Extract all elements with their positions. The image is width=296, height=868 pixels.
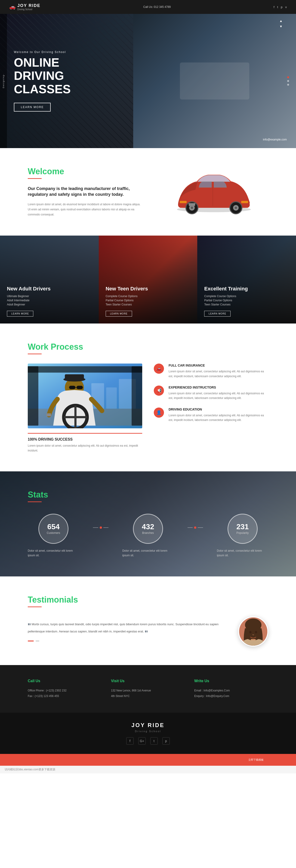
- footer-social-google[interactable]: G+: [138, 737, 146, 745]
- testimonial-dot-active[interactable]: [28, 641, 34, 642]
- testimonial-avatar: [238, 617, 268, 647]
- stat-circle-customers: 654 Customers: [38, 514, 68, 544]
- work-right-column: 🚗 FULL CAR INSURANCE Lorem ipsum dolor s…: [154, 364, 268, 453]
- hero-content: Welcome to Our Driving School ONLINE DRI…: [0, 51, 116, 112]
- header-phone: Call Us: 012 345 4789: [143, 5, 171, 8]
- work-icon-insurance: 🚗: [154, 364, 164, 374]
- footer-call-phone: Office Phone : (+123) 2302 232: [28, 688, 102, 693]
- testimonial-dot-2[interactable]: [36, 641, 39, 642]
- course-teen-drivers[interactable]: New Teen Drivers Complete Course Options…: [99, 236, 197, 323]
- car-illustration: [174, 166, 249, 213]
- work-item-title-3: DRIVING EDUCATION: [169, 407, 268, 411]
- svg-rect-21: [69, 386, 76, 389]
- testimonial-dots: [28, 641, 224, 642]
- stat-label-branches: Branches: [142, 531, 154, 534]
- footer-visit-title: Visit Us: [111, 679, 185, 683]
- work-item-text-1: Lorem ipsum dolor sit amet, consectetur …: [169, 369, 268, 379]
- welcome-body: Lorem ipsum dolor sit amet, do eiusmod t…: [28, 202, 141, 217]
- scroll-dot-2[interactable]: [287, 80, 289, 82]
- testimonial-quote-text: " Morbi cursus, turpis quis laoreet blan…: [28, 622, 224, 636]
- work-item-instructors: 📢 EXPERIENCED INSTRUCTORS Lorem ipsum do…: [154, 385, 268, 401]
- scroll-dot-1[interactable]: [287, 76, 289, 78]
- course-title-2: New Teen Drivers: [106, 286, 191, 292]
- testimonials-section: Testimonials " Morbi cursus, turpis quis…: [0, 577, 296, 665]
- work-success-title: 100% DRIVING SUCCESS: [28, 437, 142, 441]
- testimonial-text-area: " Morbi cursus, turpis quis laoreet blan…: [28, 622, 224, 642]
- social-pinterest[interactable]: p: [281, 5, 282, 9]
- course-btn-2[interactable]: LEARN MORE: [106, 311, 132, 316]
- svg-rect-17: [28, 366, 142, 373]
- hero-arrow-down[interactable]: ▼: [277, 24, 285, 29]
- hero-learn-more-button[interactable]: LEARN MORE: [14, 103, 51, 112]
- footer-write-title: Write Us: [194, 679, 268, 683]
- stat-text-branches: Dolor sit amet, consectetur elit lorem i…: [122, 549, 174, 558]
- driver-svg: [28, 364, 142, 428]
- welcome-right: [155, 166, 268, 213]
- scroll-dot-3[interactable]: [287, 84, 289, 86]
- course-adult-drivers[interactable]: New Adult Drivers Ultimate Beginner Adul…: [0, 236, 99, 323]
- stat-line-2: [103, 527, 108, 528]
- course-item: Teen Starter Courses: [106, 303, 191, 306]
- course-title-3: Excellent Training: [204, 286, 289, 292]
- svg-point-32: [249, 631, 251, 633]
- footer-visit-address2: 4th Street NYC: [111, 693, 185, 699]
- course-item: Partial Course Options: [106, 299, 191, 302]
- svg-rect-20: [65, 374, 84, 381]
- stats-section: Stats 654 Customers Dolor sit amet, cons…: [0, 471, 296, 577]
- stat-number-branches: 432: [142, 523, 154, 530]
- stat-label-customers: Customers: [47, 531, 60, 534]
- footer-call-title: Call Us: [28, 679, 102, 683]
- hero-arrow-up[interactable]: ▲: [277, 19, 285, 23]
- hero-email: info@example.com: [263, 138, 287, 141]
- work-item-title-2: EXPERIENCED INSTRUCTORS: [169, 385, 268, 389]
- course-item: Complete Course Options: [106, 294, 191, 298]
- footer-social-pinterest[interactable]: p: [162, 737, 170, 745]
- hero-title-line1: ONLINE DRIVING: [14, 56, 64, 82]
- footer-social-facebook[interactable]: f: [126, 737, 134, 745]
- footer-bottom: JOY RIDE Driving School f G+ t p: [0, 713, 296, 754]
- course-item: Complete Course Options: [204, 294, 289, 298]
- svg-rect-8: [180, 201, 187, 203]
- footer-main: Call Us Office Phone : (+123) 2302 232 F…: [0, 665, 296, 713]
- social-facebook[interactable]: f: [273, 5, 274, 9]
- stat-line-1: [93, 527, 98, 528]
- stat-circle-branches: 432 Branches: [133, 514, 163, 544]
- svg-point-7: [235, 207, 237, 209]
- course-btn-3[interactable]: LEARN MORE: [204, 311, 231, 316]
- stat-circle-popularity: 231 Popularity: [228, 514, 258, 544]
- testimonials-content: " Morbi cursus, turpis quis laoreet blan…: [28, 617, 268, 647]
- download-button[interactable]: 立即下载模板: [244, 756, 268, 764]
- stats-divider: [28, 501, 42, 502]
- footer-col-call: Call Us Office Phone : (+123) 2302 232 F…: [28, 679, 102, 699]
- course-btn-1[interactable]: LEARN MORE: [7, 311, 33, 316]
- social-vimeo[interactable]: v: [285, 5, 287, 9]
- work-item-text-3: Lorem ipsum dolor sit amet, consectetur …: [169, 413, 268, 423]
- course-content-3: Excellent Training Complete Course Optio…: [204, 286, 289, 316]
- svg-point-4: [191, 207, 193, 209]
- work-item-content-1: FULL CAR INSURANCE Lorem ipsum dolor sit…: [169, 364, 268, 379]
- footer-visit-address1: 132 New Lenox, 868 1st Avenue: [111, 688, 185, 693]
- stat-popularity: 231 Popularity Dolor sit amet, consectet…: [217, 514, 268, 558]
- welcome-title: Welcome: [28, 166, 141, 176]
- course-item: Partial Course Options: [204, 299, 289, 302]
- footer-write-enquiry: Enquiry : Info@Enquiry.Com: [194, 693, 268, 699]
- course-title-1: New Adult Drivers: [7, 286, 92, 292]
- svg-rect-16: [132, 366, 142, 426]
- hero-left-text: Designing-: [2, 73, 5, 88]
- svg-rect-27: [46, 413, 51, 416]
- bottom-bar: 立即下载模板: [0, 754, 296, 766]
- footer-social-twitter[interactable]: t: [150, 737, 158, 745]
- hero-left-bar: Designing-: [0, 14, 7, 148]
- logo-icon: 🚗: [9, 4, 15, 10]
- welcome-left: Welcome Our Company is the leading manuf…: [28, 166, 141, 217]
- work-icon-education: 👤: [154, 407, 164, 418]
- course-training[interactable]: Excellent Training Complete Course Optio…: [197, 236, 296, 323]
- hero-title: ONLINE DRIVING CLASSES: [14, 56, 102, 96]
- stats-grid: 654 Customers Dolor sit amet, consectetu…: [28, 514, 268, 558]
- hero-image-area: [133, 14, 296, 148]
- course-item: Ultimate Beginner: [7, 294, 92, 298]
- hero-title-line2: CLASSES: [14, 82, 71, 96]
- social-twitter[interactable]: t: [277, 5, 278, 9]
- footer-col-visit: Visit Us 132 New Lenox, 868 1st Avenue 4…: [111, 679, 185, 699]
- logo[interactable]: 🚗 JOY RIDE Driving School: [9, 3, 40, 11]
